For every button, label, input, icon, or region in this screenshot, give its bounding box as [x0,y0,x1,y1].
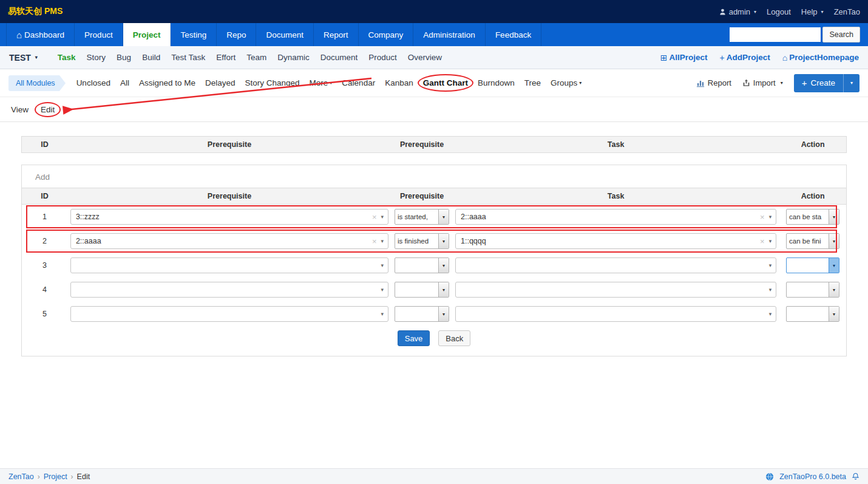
task-cell: ▾ [452,282,779,298]
footer-breadcrumb-zentao[interactable]: ZenTao [8,472,34,481]
groups-label: Groups [551,78,577,87]
select-value [787,282,829,297]
view-edit-bar: View Edit [0,97,868,122]
search-area: Search [730,23,860,46]
report-button[interactable]: Report [696,78,731,87]
nav-report[interactable]: Report [314,23,359,46]
table-row-1: 1 3::zzzz × ▾ is started, ▾ [22,205,846,229]
action-cell: ▾ [779,282,846,298]
caret-down-icon: ▾ [438,258,449,273]
nav-dashboard[interactable]: ⌂ Dashboard [6,23,75,46]
action-select[interactable]: ▾ [786,306,839,322]
filter-calendar[interactable]: Calendar [342,78,375,87]
filter-all[interactable]: All [120,78,129,87]
nav-project[interactable]: Project [123,23,171,46]
nav-company[interactable]: Company [359,23,414,46]
plus-icon: + [802,78,807,88]
tab-dynamic[interactable]: Dynamic [272,47,315,69]
view-tab[interactable]: View [11,105,29,114]
user-menu[interactable]: admin ▾ [719,7,756,16]
all-modules-button[interactable]: All Modules [8,75,59,91]
prerequisite-select[interactable]: ▾ [70,306,388,322]
zentao-link[interactable]: ZenTao [834,7,860,16]
zentao-app: 易软天创 PMS admin ▾ Logout Help ▾ ZenTao ⌂ … [0,0,868,484]
action-select-focused[interactable]: ▾ [786,257,839,273]
condition-select[interactable]: ▾ [395,282,449,298]
action-select[interactable]: can be fini ▾ [786,233,839,249]
tab-build[interactable]: Build [137,47,166,69]
search-input[interactable] [730,27,821,42]
filter-unclosed[interactable]: Unclosed [76,78,110,87]
filter-tree[interactable]: Tree [524,78,541,87]
tab-bug[interactable]: Bug [111,47,137,69]
filter-kanban[interactable]: Kanban [385,78,413,87]
prerequisite-select[interactable]: ▾ [70,282,388,298]
filter-more-menu[interactable]: More ▾ [310,78,333,87]
search-button[interactable]: Search [822,27,860,43]
clear-icon[interactable]: × [372,213,377,222]
tab-overview[interactable]: Overview [402,47,447,69]
task-select[interactable]: 1::qqqq × ▾ [455,233,776,249]
tab-team[interactable]: Team [241,47,272,69]
prerequisite-select[interactable]: ▾ [70,257,388,273]
import-button[interactable]: Import ▾ [742,78,783,87]
caret-down-icon: ▾ [438,234,449,248]
logout-link[interactable]: Logout [767,7,791,16]
task-select[interactable]: 2::aaaa × ▾ [455,209,776,225]
clear-icon[interactable]: × [760,237,765,246]
task-select[interactable]: ▾ [455,282,776,298]
footer-breadcrumb-project[interactable]: Project [44,472,67,481]
create-dropdown-caret[interactable]: ▾ [843,74,860,92]
filter-story-changed[interactable]: Story Changed [245,78,300,87]
tab-test-task[interactable]: Test Task [166,47,211,69]
filter-assigned-to-me[interactable]: Assigned to Me [139,78,195,87]
help-menu[interactable]: Help ▾ [801,7,824,16]
back-button[interactable]: Back [438,330,470,346]
tab-product[interactable]: Product [363,47,402,69]
edit-tab[interactable]: Edit [39,105,56,114]
clear-icon[interactable]: × [372,237,377,246]
tab-task[interactable]: Task [52,47,81,69]
caret-down-icon: ▾ [381,238,384,244]
caret-down-icon: ▾ [829,307,839,321]
nav-document[interactable]: Document [256,23,314,46]
nav-feedback[interactable]: Feedback [486,23,541,46]
row-id: 3 [22,261,67,270]
filter-delayed[interactable]: Delayed [205,78,236,87]
task-select[interactable]: ▾ [455,257,776,273]
create-button[interactable]: + Create [794,74,843,92]
tab-story[interactable]: Story [81,47,112,69]
home-icon: ⌂ [782,53,787,63]
condition-select[interactable]: is started, ▾ [395,209,449,225]
action-select[interactable]: can be sta ▾ [786,209,839,225]
all-project-link[interactable]: ⊞ AllProject [660,53,708,63]
clear-icon[interactable]: × [760,213,765,222]
condition-select[interactable]: is finished ▾ [395,233,449,249]
add-project-link[interactable]: + AddProject [720,53,770,63]
filter-gantt-chart[interactable]: Gantt Chart [423,78,468,87]
column-header-task: Task [452,140,779,149]
caret-down-icon: ▾ [381,311,384,317]
project-switcher[interactable]: TEST ▾ [9,53,38,63]
nav-administration[interactable]: Administration [413,23,486,46]
task-cell: 2::aaaa × ▾ [452,209,779,225]
task-select[interactable]: ▾ [455,306,776,322]
bell-icon[interactable] [852,472,860,480]
nav-product[interactable]: Product [75,23,123,46]
project-homepage-link[interactable]: ⌂ ProjectHomepage [782,53,859,63]
caret-down-icon: ▾ [769,311,772,317]
prerequisite-select[interactable]: 2::aaaa × ▾ [70,233,388,249]
tab-effort[interactable]: Effort [211,47,241,69]
brand-logo[interactable]: 易软天创 PMS [8,6,63,17]
filter-burndown[interactable]: Burndown [478,78,515,87]
nav-testing[interactable]: Testing [171,23,217,46]
action-select[interactable]: ▾ [786,282,839,298]
prerequisite-select[interactable]: 3::zzzz × ▾ [70,209,388,225]
add-table-header: ID Prerequisite Prerequisite Task Action [22,188,846,205]
tab-document[interactable]: Document [315,47,364,69]
nav-repo[interactable]: Repo [217,23,256,46]
filter-groups-menu[interactable]: Groups ▾ [551,78,581,87]
save-button[interactable]: Save [398,330,430,346]
condition-select[interactable]: ▾ [395,306,449,322]
condition-select[interactable]: ▾ [395,257,449,273]
